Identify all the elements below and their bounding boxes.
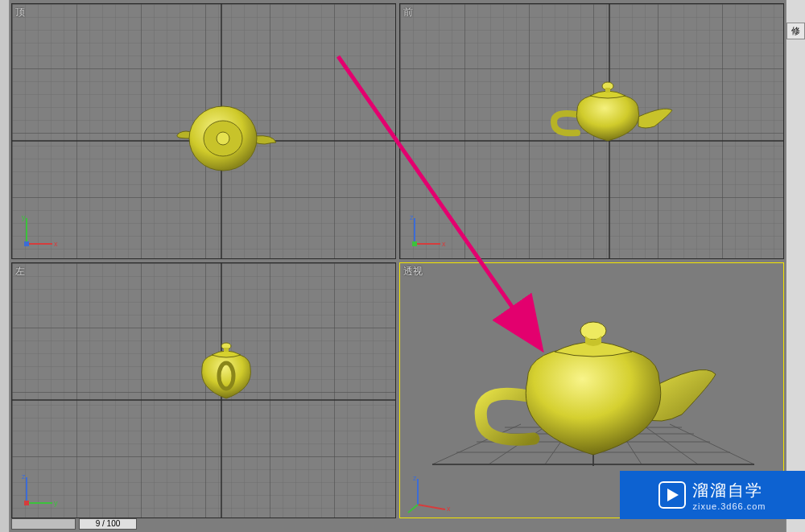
teapot-object[interactable]: [543, 70, 680, 152]
viewport-label: 前: [403, 6, 413, 19]
svg-rect-27: [224, 348, 229, 352]
viewport-grid: 顶: [11, 3, 784, 518]
timeline-bar: 9 / 100: [11, 518, 784, 530]
viewport-top[interactable]: 顶: [11, 3, 396, 259]
timeline-slider[interactable]: [11, 518, 76, 530]
axis-gadget-top: x y: [19, 212, 59, 252]
svg-text:z: z: [22, 472, 26, 480]
svg-text:z: z: [413, 474, 417, 482]
axis-gadget-perspective: x z: [407, 471, 447, 511]
svg-text:x: x: [54, 240, 58, 248]
watermark-title: 溜溜自学: [692, 480, 766, 501]
viewport-label: 左: [15, 265, 25, 278]
svg-text:y: y: [54, 499, 58, 507]
svg-point-48: [580, 322, 606, 340]
svg-text:z: z: [410, 213, 414, 221]
axis-gadget-front: x z: [407, 212, 447, 252]
teapot-object[interactable]: [464, 311, 722, 474]
svg-line-53: [408, 505, 418, 513]
watermark-badge: 溜溜自学 zixue.3d66.com: [620, 471, 805, 519]
right-command-panel[interactable]: 修: [786, 0, 805, 532]
svg-rect-11: [24, 241, 29, 246]
svg-rect-21: [412, 241, 417, 246]
svg-line-49: [418, 505, 445, 509]
svg-text:x: x: [447, 505, 451, 513]
viewport-left[interactable]: 左: [11, 262, 396, 518]
left-tool-strip[interactable]: [0, 0, 10, 532]
viewport-front[interactable]: 前: [399, 3, 784, 259]
viewport-label: 顶: [15, 6, 25, 19]
teapot-object[interactable]: [175, 102, 279, 176]
svg-text:x: x: [442, 240, 446, 248]
svg-rect-32: [24, 501, 29, 505]
teapot-object[interactable]: [186, 336, 266, 410]
svg-point-6: [217, 132, 229, 145]
viewport-label: 透视: [403, 265, 423, 278]
frame-indicator[interactable]: 9 / 100: [79, 518, 137, 530]
watermark-url: zixue.3d66.com: [692, 501, 766, 511]
axis-gadget-left: y z: [19, 471, 59, 511]
modifier-tab[interactable]: 修: [786, 23, 805, 39]
svg-text:y: y: [22, 213, 26, 221]
play-icon: [658, 481, 686, 509]
svg-rect-16: [605, 88, 610, 93]
